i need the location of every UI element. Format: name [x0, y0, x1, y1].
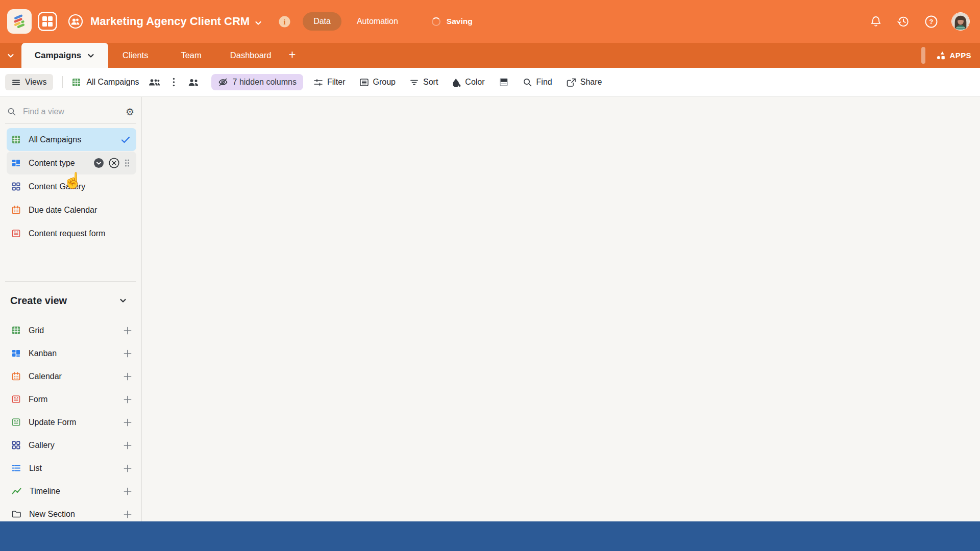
app-window: Marketing Agency Client CRM i DataAutoma… — [0, 0, 980, 551]
saving-spinner-icon — [432, 17, 440, 26]
plus-icon[interactable] — [123, 326, 132, 335]
remove-circle-icon[interactable] — [109, 158, 119, 168]
header-nav-automation[interactable]: Automation — [357, 17, 398, 26]
create-item-label: New Section — [29, 510, 75, 519]
create-view-heading[interactable]: Create view — [0, 290, 141, 311]
find-view-input[interactable] — [23, 107, 119, 116]
tab-team[interactable]: Team — [181, 43, 201, 68]
plus-icon[interactable] — [123, 418, 132, 427]
plus-icon[interactable] — [123, 372, 132, 381]
views-label: Views — [25, 78, 46, 87]
gear-icon[interactable]: ⚙ — [126, 107, 134, 117]
tab-label: Dashboard — [230, 51, 272, 60]
current-view-switcher[interactable]: All Campaigns — [72, 78, 139, 87]
base-title[interactable]: Marketing Agency Client CRM — [90, 15, 250, 28]
group-button[interactable]: Group — [359, 78, 396, 87]
svg-text:i: i — [284, 18, 286, 26]
views-button[interactable]: Views — [5, 74, 53, 90]
filter-button[interactable]: Filter — [313, 78, 346, 87]
plus-icon[interactable] — [123, 349, 132, 358]
stackby-logo[interactable] — [7, 9, 32, 34]
collapse-circle-icon[interactable] — [93, 158, 104, 168]
group-label: Group — [373, 78, 396, 87]
new-section-icon — [12, 510, 21, 518]
view-item-content-request-form[interactable]: Content request form — [7, 222, 136, 245]
create-view-form[interactable]: Form — [7, 388, 136, 411]
create-item-label: Grid — [29, 326, 44, 335]
row-height-icon — [499, 77, 509, 87]
header-nav-data[interactable]: Data — [303, 12, 341, 31]
tab-campaigns[interactable]: Campaigns — [21, 43, 108, 68]
color-button[interactable]: Color — [452, 78, 484, 87]
find-icon — [523, 78, 532, 87]
view-item-due-date-calendar[interactable]: Due date Calendar — [7, 198, 136, 221]
chevron-down-icon — [7, 52, 15, 60]
create-view-grid[interactable]: Grid — [7, 319, 136, 342]
check-icon — [121, 136, 130, 143]
plus-icon[interactable] — [123, 441, 132, 450]
create-view-calendar[interactable]: Calendar — [7, 365, 136, 388]
hidden-columns-button[interactable]: 7 hidden columns — [211, 74, 303, 90]
saving-status: Saving — [447, 17, 473, 26]
kanban-view-icon — [12, 349, 20, 358]
create-view-kanban[interactable]: Kanban — [7, 342, 136, 365]
row-height-button[interactable] — [499, 77, 509, 87]
create-view-gallery[interactable]: Gallery — [7, 434, 136, 457]
user-avatar[interactable] — [951, 12, 970, 31]
main-grid-area — [142, 97, 980, 521]
info-icon[interactable]: i — [279, 16, 290, 28]
share-icon — [566, 78, 576, 87]
chevron-down-icon — [87, 52, 95, 60]
share-view-users-icon[interactable] — [188, 79, 199, 86]
share-button[interactable]: Share — [566, 78, 602, 87]
create-view-update-form[interactable]: Update Form — [7, 411, 136, 434]
add-table-button[interactable]: + — [289, 43, 296, 68]
menu-icon — [12, 78, 20, 87]
find-button[interactable]: Find — [523, 78, 552, 87]
sort-button[interactable]: Sort — [409, 78, 438, 87]
view-label: Content type — [29, 159, 75, 168]
tab-strip: CampaignsClientsTeamDashboard — [21, 43, 272, 68]
create-item-label: Gallery — [29, 441, 55, 450]
tab-dashboard[interactable]: Dashboard — [230, 43, 272, 68]
collapse-tabs-button[interactable] — [0, 43, 21, 68]
color-icon — [452, 78, 461, 87]
kanban-view-icon — [12, 159, 20, 167]
create-item-label: Timeline — [30, 487, 60, 496]
plus-icon[interactable] — [123, 395, 132, 404]
grid-view-icon — [72, 78, 81, 87]
drag-handle-icon[interactable] — [124, 159, 130, 167]
calendar-view-icon — [12, 372, 20, 381]
view-toolbar: Views All Campaigns 7 hidden columns Fil… — [0, 68, 980, 97]
help-icon[interactable]: ? — [925, 15, 938, 28]
workspace-users-icon[interactable] — [68, 14, 83, 29]
header-nav: DataAutomation — [290, 12, 398, 31]
tab-label: Campaigns — [35, 51, 82, 61]
plus-icon[interactable] — [123, 510, 132, 519]
tab-clients[interactable]: Clients — [122, 43, 148, 68]
create-view-new-section[interactable]: New Section — [7, 503, 136, 521]
tab-label: Team — [181, 51, 201, 60]
apps-button[interactable]: APPS — [936, 43, 980, 68]
create-view-timeline[interactable]: Timeline — [7, 480, 136, 503]
kebab-menu-icon[interactable] — [173, 78, 175, 87]
chevron-down-icon[interactable] — [254, 19, 262, 27]
view-item-all-campaigns[interactable]: All Campaigns — [7, 128, 136, 151]
collaborators-icon[interactable] — [149, 78, 160, 86]
grid-view-icon — [12, 326, 20, 335]
notifications-icon[interactable] — [870, 15, 882, 28]
plus-icon[interactable] — [123, 464, 132, 473]
apps-grid-icon[interactable] — [37, 11, 58, 32]
create-item-label: List — [29, 464, 42, 473]
chevron-down-icon[interactable] — [119, 296, 127, 305]
create-view-list[interactable]: List — [7, 457, 136, 480]
grid-view-icon — [12, 135, 20, 144]
history-icon[interactable] — [897, 15, 910, 28]
header-right-icons: ? — [855, 12, 970, 31]
tabbar-scrollbar-thumb[interactable] — [921, 47, 925, 64]
plus-icon[interactable] — [123, 487, 132, 496]
create-item-label: Form — [29, 395, 47, 404]
sort-label: Sort — [423, 78, 438, 87]
sidebar-divider — [5, 123, 136, 124]
form-view-icon — [12, 395, 20, 404]
